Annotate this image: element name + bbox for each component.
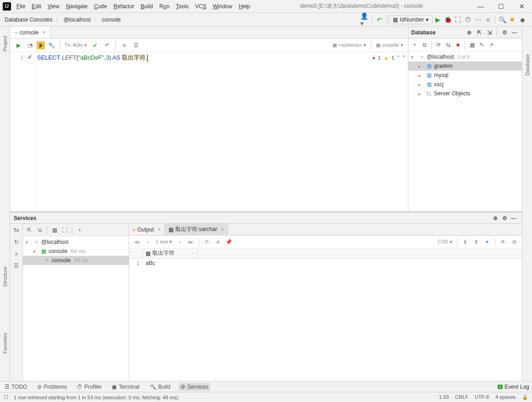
down-icon[interactable]: ˅	[402, 54, 405, 62]
tree-server-objects[interactable]: ▸ 🗀 Server Objects	[408, 89, 522, 98]
run-config-selector[interactable]: ▦ IdNumber ▾	[389, 15, 433, 24]
commit-button[interactable]: ✔	[90, 40, 101, 51]
menu-build[interactable]: Build	[138, 2, 156, 11]
expand-icon[interactable]: ⇲	[485, 28, 494, 37]
svc-console-group[interactable]: ▾ ▦ console 84 ms	[23, 247, 129, 256]
event-log-button[interactable]: 1 Event Log	[498, 384, 529, 390]
gear-icon[interactable]: ⚙	[509, 237, 519, 247]
new-icon[interactable]: ＋	[410, 40, 419, 50]
close-icon[interactable]: ×	[157, 226, 161, 233]
caret-position[interactable]: 1:33	[439, 394, 449, 400]
profile-button[interactable]: ⏱	[463, 15, 473, 25]
filter-icon[interactable]: ⛶	[60, 226, 69, 235]
tx-icon[interactable]: Tx	[12, 226, 21, 235]
close-icon[interactable]: ×	[42, 29, 45, 36]
tab-output[interactable]: ▸ Output ×	[129, 224, 165, 235]
stop-icon[interactable]: ■	[12, 249, 21, 259]
hide-icon[interactable]: —	[510, 28, 519, 37]
column-header[interactable]: ▦ 取出字符 ÷	[143, 248, 198, 258]
editor-tab-console[interactable]: ⌁ console ×	[10, 27, 50, 38]
coverage-button[interactable]: ⛶	[453, 15, 463, 25]
collapse-icon[interactable]: ⇱	[475, 28, 484, 37]
project-tool-button[interactable]: Project	[2, 36, 8, 51]
maximize-button[interactable]: ☐	[491, 0, 511, 13]
tree-schema-mysql[interactable]: ▸ ▦ mysql	[408, 71, 522, 80]
menu-code[interactable]: Code	[91, 2, 110, 11]
view-button[interactable]: ☰	[130, 40, 141, 51]
session-selector[interactable]: ▦ console ▾	[374, 42, 405, 48]
tree-schema-xscj[interactable]: ▸ ▦ xscj	[408, 80, 522, 89]
expand-all-icon[interactable]: ⇱	[25, 226, 34, 235]
menu-refactor[interactable]: Refactor	[111, 2, 137, 11]
sync-icon[interactable]: ⇆	[444, 40, 453, 50]
menu-view[interactable]: View	[45, 2, 62, 11]
settings-icon[interactable]: 🔧	[46, 40, 57, 51]
line-separator[interactable]: CRLF	[455, 394, 468, 400]
rollback-button[interactable]: ↶	[102, 40, 113, 51]
tx-mode-selector[interactable]: Tx: Auto ▾	[63, 42, 89, 48]
download-icon[interactable]: ⬇	[460, 237, 470, 247]
cancel-button[interactable]: ■	[119, 40, 130, 51]
collapse-all-icon[interactable]: ⇲	[35, 226, 44, 235]
structure-tool-button[interactable]: Structure	[2, 266, 8, 287]
last-page-icon[interactable]: ⏭	[186, 237, 196, 247]
breadcrumb-root[interactable]: Database Consoles	[5, 17, 53, 23]
locate-icon[interactable]: ⊕	[491, 214, 500, 223]
layout-icon[interactable]: ☰	[12, 261, 21, 270]
search-everywhere-icon[interactable]: 🔍	[497, 15, 507, 25]
database-tool-button[interactable]: Database	[525, 54, 530, 76]
attach-button[interactable]: ⋯	[473, 15, 483, 25]
stop-button[interactable]: ■	[483, 15, 493, 25]
cell-value[interactable]: aBc	[143, 259, 198, 268]
stop-icon[interactable]: ■	[453, 40, 462, 50]
jetbrains-icon[interactable]: ◆	[517, 15, 527, 25]
row-count-selector[interactable]: 1 row ▾	[154, 239, 174, 245]
error-icon[interactable]: ●	[372, 54, 375, 62]
hide-icon[interactable]: —	[509, 214, 518, 223]
status-icon[interactable]: ☐	[4, 394, 8, 400]
code-line[interactable]: SELECT LEFT("aBcDeF",3) AS 取出字符;	[37, 54, 406, 62]
refresh-icon[interactable]: ⟳	[434, 40, 443, 50]
reload-icon[interactable]: ⟳	[202, 237, 212, 247]
plus-icon[interactable]: ⊕	[465, 28, 474, 37]
prev-page-icon[interactable]: ‹	[143, 237, 153, 247]
indent-setting[interactable]: 4 spaces	[495, 394, 516, 400]
warning-icon[interactable]: ▲	[384, 54, 389, 62]
menu-help[interactable]: Help	[236, 2, 253, 11]
upload-icon[interactable]: ⬆	[471, 237, 481, 247]
menu-vcs[interactable]: VCS	[192, 2, 209, 11]
gear-icon[interactable]: ⚙	[500, 28, 509, 37]
tab-problems[interactable]: ⊘ Problems	[35, 383, 69, 391]
add-icon[interactable]: ＋	[75, 226, 84, 235]
group-icon[interactable]: ▦	[50, 226, 59, 235]
tab-services[interactable]: ⚙ Services	[179, 383, 210, 391]
code-area[interactable]: SELECT LEFT("aBcDeF",3) AS 取出字符; ●1 ▲1 ˄…	[35, 52, 408, 211]
pin-icon[interactable]: 📌	[224, 237, 234, 247]
run-button[interactable]: ▶	[433, 15, 443, 25]
back-arrow-icon[interactable]: ↶	[375, 15, 385, 25]
user-icon[interactable]: 👤▾	[360, 15, 370, 25]
sort-icon[interactable]: ÷	[192, 251, 195, 256]
tree-schema-gradem[interactable]: ▸ ▦ gradem	[408, 61, 522, 71]
table-row[interactable]: 1 aBc	[129, 259, 522, 268]
tree-datasource[interactable]: ▾ ⌁ @localhost 3 of 6	[408, 52, 522, 61]
file-encoding[interactable]: UTF-8	[475, 394, 489, 400]
minimize-button[interactable]: —	[470, 0, 491, 13]
menu-run[interactable]: Run	[157, 2, 172, 11]
commit-badge[interactable]: p	[37, 41, 45, 50]
menu-tools[interactable]: Tools	[173, 2, 191, 11]
table-icon[interactable]: ▦	[467, 40, 477, 50]
favorites-tool-button[interactable]: Favorites	[2, 333, 8, 353]
execute-button[interactable]: ▶	[13, 40, 24, 51]
up-icon[interactable]: ˄	[397, 54, 400, 62]
breadcrumb-leaf[interactable]: console	[102, 17, 120, 23]
eye-icon[interactable]: 👁	[498, 237, 508, 247]
tab-profiler[interactable]: ⏱ Profiler	[75, 383, 103, 391]
menu-navigate[interactable]: Navigate	[63, 2, 90, 11]
menu-file[interactable]: File	[14, 2, 28, 11]
tab-terminal[interactable]: ▣ Terminal	[110, 383, 141, 391]
edit-icon[interactable]: ✎	[477, 40, 486, 50]
tab-result[interactable]: ▦ 取出字符:varchar ×	[165, 224, 228, 235]
cancel-icon[interactable]: ■	[213, 237, 223, 247]
close-button[interactable]: ✕	[511, 0, 532, 13]
